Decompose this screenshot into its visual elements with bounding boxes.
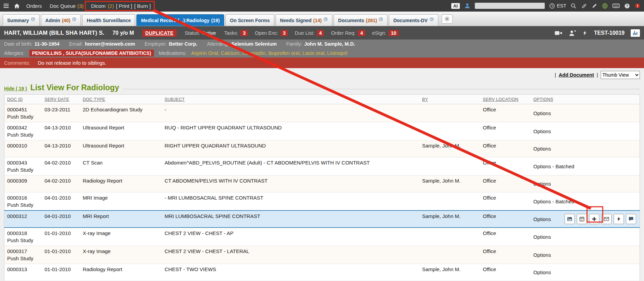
tab[interactable]: Summary bbox=[3, 14, 40, 26]
lightning-icon[interactable] bbox=[582, 30, 588, 36]
table-row[interactable]: 0000310 04-13-2010 Ultrasound Report RIG… bbox=[4, 140, 640, 157]
menubar-item[interactable]: Doc Queue (3) bbox=[50, 3, 84, 9]
by-cell bbox=[420, 104, 480, 122]
field-label: Family: bbox=[286, 41, 302, 47]
tab[interactable]: Health Surveillance bbox=[82, 14, 135, 26]
quick-action-button[interactable] bbox=[614, 214, 624, 224]
allergy-badge[interactable]: PENICILLINS , SULFA(SULFONAMIDE ANTIBIOT… bbox=[29, 50, 154, 57]
table-row[interactable]: 0000316 Push Study 04-01-2010 MRI Image … bbox=[4, 192, 640, 211]
table-row[interactable]: 0000312 04-01-2010 MRI Report MRI LUMBOS… bbox=[4, 210, 640, 228]
view-mode-select[interactable]: Thumb View bbox=[601, 71, 640, 79]
doc-id-link[interactable]: 0000343 bbox=[7, 160, 39, 166]
popout-icon[interactable] bbox=[31, 17, 35, 21]
dicom-print-link[interactable]: [ Print ] bbox=[116, 3, 132, 9]
doc-id-link[interactable]: 0000313 bbox=[7, 266, 39, 272]
alert-icon[interactable] bbox=[634, 3, 641, 9]
ai-badge[interactable]: AI bbox=[451, 3, 460, 9]
medication-link[interactable]: Calcium bbox=[221, 50, 242, 56]
hide-link[interactable]: Hide ( 19 ) bbox=[4, 86, 27, 91]
hamburger-menu-icon[interactable] bbox=[3, 2, 10, 9]
tab-settings-gear-icon[interactable] bbox=[442, 14, 453, 24]
tab[interactable]: Needs Signed (14) bbox=[276, 14, 333, 26]
comment-button[interactable] bbox=[626, 214, 636, 224]
help-icon[interactable]: ? bbox=[624, 3, 630, 9]
tab[interactable]: Admin (40) bbox=[41, 14, 81, 26]
counter-label: eSign: bbox=[372, 30, 386, 36]
medication-link[interactable]: Lisinopril bbox=[327, 50, 347, 56]
column-header[interactable]: BY bbox=[420, 95, 480, 104]
options-link[interactable]: Options bbox=[533, 269, 551, 275]
link-icon[interactable] bbox=[581, 3, 587, 9]
email-button[interactable] bbox=[601, 214, 612, 224]
table-row[interactable]: 0000313 01-01-2010 Radiology Report CHES… bbox=[4, 264, 640, 281]
column-header[interactable]: DOC ID bbox=[4, 95, 42, 104]
tab[interactable]: Documents (281) bbox=[334, 14, 387, 26]
counter-badge[interactable]: 4 bbox=[317, 30, 324, 36]
column-header[interactable]: OPTIONS bbox=[531, 95, 640, 104]
counter-badge[interactable]: 3 bbox=[281, 30, 288, 36]
options-link[interactable]: Options bbox=[533, 216, 551, 222]
options-link[interactable]: Options bbox=[533, 252, 551, 258]
table-row[interactable]: 0000309 04-02-2010 Radiology Report CT A… bbox=[4, 175, 640, 192]
options-link[interactable]: Options - Batched bbox=[533, 163, 574, 169]
globe-icon[interactable] bbox=[602, 3, 608, 9]
popout-icon[interactable] bbox=[323, 17, 328, 21]
doc-id-link[interactable]: 0000318 bbox=[7, 230, 39, 236]
doc-id-link[interactable]: 0000310 bbox=[7, 143, 39, 149]
tab[interactable]: On Screen Forms bbox=[225, 14, 274, 26]
menubar-item[interactable]: Orders bbox=[26, 3, 44, 9]
home-icon[interactable] bbox=[14, 3, 20, 9]
keyboard-icon[interactable] bbox=[612, 3, 620, 9]
popout-icon[interactable] bbox=[379, 17, 383, 21]
dicom-burn-link[interactable]: [ Burn ] bbox=[134, 3, 150, 9]
video-camera-icon[interactable] bbox=[554, 30, 562, 36]
table-row[interactable]: 0000318 Push Study 01-01-2010 X-ray Imag… bbox=[4, 228, 640, 246]
add-person-icon[interactable] bbox=[569, 30, 576, 36]
table-row[interactable]: 0000343 Push Study 04-02-2010 CT Scan Ab… bbox=[4, 157, 640, 175]
view-image-button[interactable] bbox=[565, 214, 575, 224]
add-button[interactable] bbox=[589, 214, 599, 224]
column-header[interactable]: SERV LOCATION bbox=[480, 95, 531, 104]
options-link[interactable]: Options bbox=[533, 110, 551, 116]
doc-id-link[interactable]: 0000312 bbox=[7, 213, 39, 219]
doc-id-link[interactable]: 0000342 bbox=[7, 125, 39, 130]
options-link[interactable]: Options - Batched bbox=[533, 199, 574, 204]
table-row[interactable]: 0000342 Push Study 04-13-2010 Ultrasound… bbox=[4, 122, 640, 140]
doc-id-link[interactable]: 0000451 bbox=[7, 107, 39, 112]
table-row[interactable]: 0000317 Push Study 01-01-2010 X-ray Imag… bbox=[4, 246, 640, 264]
add-document-link[interactable]: Add Document bbox=[559, 72, 594, 78]
popout-icon[interactable] bbox=[429, 17, 434, 21]
column-header[interactable]: DOC TYPE bbox=[80, 95, 162, 104]
options-link[interactable]: Options bbox=[533, 234, 551, 240]
doc-id-link[interactable]: 0000316 bbox=[7, 195, 39, 201]
tab[interactable]: Medical Record (...):Radiology (19) bbox=[136, 14, 224, 26]
counter-badge[interactable]: 4 bbox=[358, 30, 365, 36]
column-header[interactable]: SERV DATE bbox=[42, 95, 80, 104]
tab[interactable]: Documents-DV bbox=[389, 14, 438, 26]
popout-icon[interactable] bbox=[72, 17, 76, 21]
menubar-item-dicom[interactable]: Dicom (2) [ Print ] [ Burn ] bbox=[89, 3, 153, 9]
chart-stats-icon[interactable] bbox=[631, 29, 640, 37]
medication-link[interactable]: Aspirin Oral bbox=[191, 50, 221, 56]
clock-icon[interactable] bbox=[549, 3, 555, 9]
column-header[interactable]: SUBJECT bbox=[162, 95, 420, 104]
table-row[interactable]: 0000451 Push Study 03-23-2011 2D Echocar… bbox=[4, 104, 640, 122]
doc-id-link[interactable]: 0000317 bbox=[7, 248, 39, 254]
edit-icon[interactable] bbox=[591, 3, 598, 9]
duplicate-badge[interactable]: DUPLICATE bbox=[142, 29, 177, 37]
doc-id-link[interactable]: 0000309 bbox=[7, 178, 39, 184]
options-link[interactable]: Options bbox=[533, 128, 551, 134]
serv-location-cell: Office bbox=[480, 157, 531, 175]
search-icon[interactable] bbox=[570, 3, 577, 9]
medication-link[interactable]: Coumadin bbox=[242, 50, 268, 56]
options-link[interactable]: Options bbox=[533, 181, 551, 187]
svg-text:?: ? bbox=[626, 4, 628, 8]
counter-label: Tasks: bbox=[224, 30, 238, 36]
medication-link[interactable]: Lasix oral bbox=[303, 50, 327, 56]
counter-badge[interactable]: 10 bbox=[389, 30, 399, 36]
counter-badge[interactable]: 3 bbox=[240, 30, 248, 36]
options-link[interactable]: Options bbox=[533, 146, 551, 152]
user-icon[interactable] bbox=[464, 2, 471, 9]
medication-link[interactable]: ibuprofen oral bbox=[268, 50, 302, 56]
calendar-button[interactable] bbox=[577, 214, 587, 224]
